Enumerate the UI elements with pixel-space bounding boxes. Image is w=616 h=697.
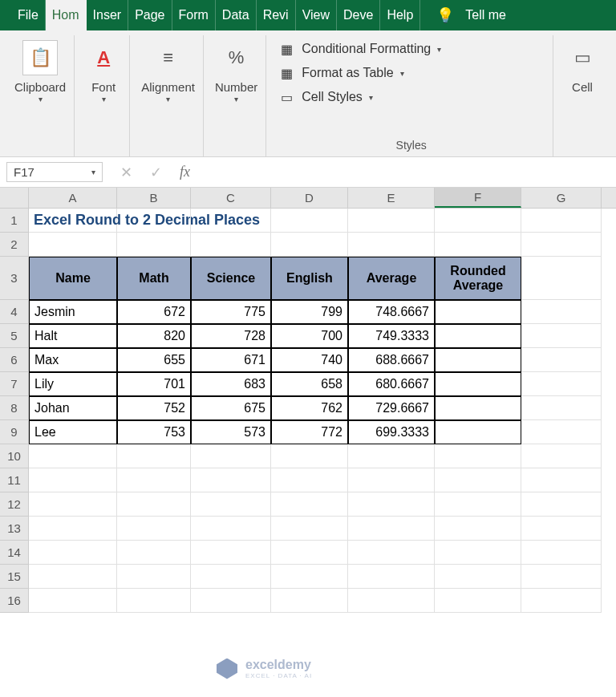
- cell[interactable]: [348, 517, 435, 541]
- formula-input[interactable]: [201, 157, 616, 187]
- cell[interactable]: [271, 444, 348, 468]
- row-header[interactable]: 14: [0, 541, 29, 565]
- cell[interactable]: [271, 209, 348, 233]
- data-cell-english[interactable]: 772: [271, 420, 348, 444]
- data-cell-rounded[interactable]: [435, 348, 521, 372]
- data-cell-rounded[interactable]: [435, 372, 521, 396]
- cell[interactable]: [521, 257, 602, 300]
- cell-styles-button[interactable]: ▭ Cell Styles▾: [278, 88, 373, 106]
- data-cell-average[interactable]: 729.6667: [348, 396, 435, 420]
- cell[interactable]: [521, 348, 602, 372]
- confirm-icon[interactable]: ✓: [150, 164, 162, 181]
- cell[interactable]: [191, 468, 271, 492]
- cell[interactable]: [521, 209, 602, 233]
- cell[interactable]: [435, 444, 521, 468]
- cell[interactable]: [117, 565, 191, 589]
- cell[interactable]: [521, 565, 602, 589]
- cell[interactable]: [191, 233, 271, 257]
- tab-insert[interactable]: Inser: [87, 0, 129, 30]
- name-box[interactable]: F17▾: [6, 162, 103, 182]
- cell[interactable]: [29, 444, 117, 468]
- row-header[interactable]: 8: [0, 396, 29, 420]
- tab-formulas[interactable]: Form: [172, 0, 216, 30]
- data-cell-rounded[interactable]: [435, 324, 521, 348]
- cell[interactable]: [271, 541, 348, 565]
- data-cell-name[interactable]: Halt: [29, 324, 117, 348]
- data-cell-math[interactable]: 753: [117, 420, 191, 444]
- cell[interactable]: [348, 233, 435, 257]
- row-header[interactable]: 2: [0, 233, 29, 257]
- data-cell-english[interactable]: 799: [271, 300, 348, 324]
- col-header-D[interactable]: D: [271, 188, 348, 208]
- chevron-down-icon[interactable]: ▾: [166, 95, 170, 104]
- data-cell-science[interactable]: 728: [191, 324, 271, 348]
- data-cell-math[interactable]: 820: [117, 324, 191, 348]
- cell[interactable]: [435, 565, 521, 589]
- cell[interactable]: [191, 589, 271, 613]
- table-header[interactable]: Science: [191, 257, 271, 300]
- data-cell-name[interactable]: Lee: [29, 420, 117, 444]
- data-cell-average[interactable]: 748.6667: [348, 300, 435, 324]
- data-cell-english[interactable]: 740: [271, 348, 348, 372]
- format-as-table-button[interactable]: ▦ Format as Table▾: [278, 64, 403, 82]
- alignment-button[interactable]: Alignment: [141, 80, 195, 95]
- data-cell-math[interactable]: 752: [117, 396, 191, 420]
- data-cell-math[interactable]: 655: [117, 348, 191, 372]
- cell[interactable]: [435, 209, 521, 233]
- cell[interactable]: [271, 468, 348, 492]
- cell[interactable]: [29, 468, 117, 492]
- cell[interactable]: [271, 492, 348, 517]
- cell[interactable]: [348, 468, 435, 492]
- data-cell-science[interactable]: 671: [191, 348, 271, 372]
- fx-icon[interactable]: fx: [180, 164, 190, 180]
- cell[interactable]: [191, 565, 271, 589]
- cell[interactable]: [348, 444, 435, 468]
- data-cell-science[interactable]: 683: [191, 372, 271, 396]
- tab-file[interactable]: File: [11, 0, 46, 30]
- cell[interactable]: [435, 589, 521, 613]
- cell[interactable]: [348, 209, 435, 233]
- cell[interactable]: [117, 492, 191, 517]
- cell[interactable]: [521, 372, 602, 396]
- data-cell-average[interactable]: 699.3333: [348, 420, 435, 444]
- cell[interactable]: [191, 444, 271, 468]
- cell[interactable]: [348, 492, 435, 517]
- cell[interactable]: [191, 209, 271, 233]
- cell[interactable]: [29, 233, 117, 257]
- chevron-down-icon[interactable]: ▾: [234, 95, 238, 104]
- cell[interactable]: [435, 233, 521, 257]
- data-cell-english[interactable]: 762: [271, 396, 348, 420]
- data-cell-science[interactable]: 775: [191, 300, 271, 324]
- tab-data[interactable]: Data: [216, 0, 257, 30]
- cell[interactable]: [191, 492, 271, 517]
- font-button[interactable]: Font: [91, 80, 116, 95]
- table-header[interactable]: Name: [29, 257, 117, 300]
- row-header[interactable]: 10: [0, 444, 29, 468]
- alignment-icon[interactable]: ≡: [151, 40, 186, 75]
- row-header[interactable]: 15: [0, 565, 29, 589]
- col-header-G[interactable]: G: [521, 188, 602, 208]
- cell[interactable]: [521, 233, 602, 257]
- cell[interactable]: [29, 541, 117, 565]
- cell[interactable]: [521, 492, 602, 517]
- row-header[interactable]: 1: [0, 209, 29, 233]
- data-cell-english[interactable]: 658: [271, 372, 348, 396]
- cell[interactable]: [117, 468, 191, 492]
- table-header[interactable]: RoundedAverage: [435, 257, 521, 300]
- cell[interactable]: [521, 589, 602, 613]
- col-header-A[interactable]: A: [29, 188, 117, 208]
- cell[interactable]: [117, 233, 191, 257]
- data-cell-rounded[interactable]: [435, 420, 521, 444]
- data-cell-average[interactable]: 680.6667: [348, 372, 435, 396]
- tab-page-layout[interactable]: Page: [128, 0, 172, 30]
- row-header[interactable]: 5: [0, 324, 29, 348]
- clipboard-button[interactable]: Clipboard: [14, 80, 66, 95]
- chevron-down-icon[interactable]: ▾: [102, 95, 106, 104]
- tab-home[interactable]: Hom: [46, 0, 87, 30]
- cell[interactable]: [348, 589, 435, 613]
- cell[interactable]: [348, 565, 435, 589]
- tellme-input[interactable]: Tell me: [465, 8, 506, 22]
- row-header[interactable]: 9: [0, 420, 29, 444]
- font-color-icon[interactable]: A: [86, 40, 121, 75]
- cell[interactable]: [521, 444, 602, 468]
